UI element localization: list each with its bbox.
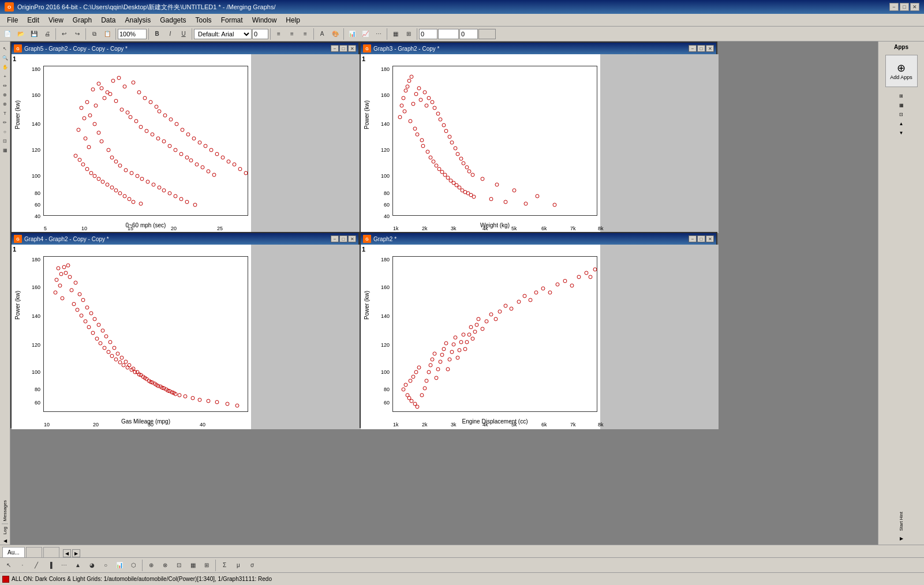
right-tool-4[interactable]: ▲ <box>897 119 906 127</box>
menu-file[interactable]: File <box>2 15 23 25</box>
bt-line[interactable]: ╱ <box>30 559 43 572</box>
start-hint-tab[interactable]: Start Hint <box>898 509 904 533</box>
graph3-minimize[interactable]: − <box>689 45 697 52</box>
bt-3d[interactable]: ⬡ <box>127 559 140 572</box>
right-tool-5[interactable]: ▼ <box>897 129 906 137</box>
draw-tool[interactable]: ✏ <box>1 118 10 127</box>
bt-pointer[interactable]: ↖ <box>2 559 15 572</box>
tab-3[interactable] <box>43 547 59 557</box>
font-select[interactable]: Default: Arial <box>194 29 252 39</box>
bt-stat1[interactable]: Σ <box>218 559 231 572</box>
bt-bar[interactable]: ▐ <box>44 559 57 572</box>
line-width-input[interactable] <box>419 29 437 39</box>
pick-tool[interactable]: ⊗ <box>1 99 10 108</box>
bt-scatter[interactable]: ⋯ <box>58 559 70 572</box>
italic-icon[interactable]: I <box>164 28 177 40</box>
graph2-minimize[interactable]: − <box>689 235 697 242</box>
bt-area[interactable]: ▲ <box>72 559 84 572</box>
graph4-close[interactable]: ✕ <box>348 235 356 242</box>
line-chart-icon[interactable]: 📈 <box>359 28 372 40</box>
expand-right[interactable]: ▶ <box>897 534 906 542</box>
open-icon[interactable]: 📂 <box>14 28 27 40</box>
new-icon[interactable]: 📄 <box>1 28 14 40</box>
tab-2[interactable] <box>26 547 42 557</box>
merge-icon[interactable]: ⊞ <box>402 28 415 40</box>
right-tool-3[interactable]: ⊡ <box>897 110 906 118</box>
redo-icon[interactable]: ↪ <box>71 28 84 40</box>
region-tool[interactable]: ⊡ <box>1 136 10 145</box>
data-tool[interactable]: ⊕ <box>1 90 10 99</box>
undo-icon[interactable]: ↩ <box>58 28 70 40</box>
graph4-minimize[interactable]: − <box>331 235 339 242</box>
zoom-input[interactable] <box>118 29 147 39</box>
fill-color-icon[interactable]: 🎨 <box>329 28 342 40</box>
right-tool-1[interactable]: ⊞ <box>897 92 906 100</box>
graph5-maximize[interactable]: □ <box>339 45 347 52</box>
bt-chart2[interactable]: 📊 <box>113 559 126 572</box>
tab-au[interactable]: Au... <box>2 547 25 557</box>
graph3-close[interactable]: ✕ <box>706 45 714 52</box>
pan-tool[interactable]: ✋ <box>1 62 10 72</box>
graph2-titlebar[interactable]: G Graph2 * − □ ✕ <box>361 233 716 245</box>
bt-tool5[interactable]: ⊞ <box>200 559 213 572</box>
save-icon[interactable]: 💾 <box>28 28 40 40</box>
graph2-close[interactable]: ✕ <box>706 235 714 242</box>
bt-tool3[interactable]: ⊡ <box>173 559 185 572</box>
mask-tool[interactable]: ▦ <box>1 145 10 155</box>
graph2-maximize[interactable]: □ <box>697 235 705 242</box>
text-tool[interactable]: T <box>1 108 10 118</box>
bt-tool4[interactable]: ▦ <box>186 559 199 572</box>
print-icon[interactable]: 🖨 <box>41 28 54 40</box>
paste-icon[interactable]: 📋 <box>101 28 114 40</box>
align-left-icon[interactable]: ≡ <box>272 28 285 40</box>
menu-tools[interactable]: Tools <box>191 15 216 25</box>
bt-pie[interactable]: ◕ <box>85 559 98 572</box>
right-tool-2[interactable]: ▦ <box>897 101 906 109</box>
bt-stat3[interactable]: σ <box>246 559 259 572</box>
minimize-button[interactable]: − <box>889 3 899 11</box>
scale-tool[interactable]: ⇔ <box>1 81 10 90</box>
tab-prev[interactable]: ◀ <box>63 549 71 557</box>
graph3-maximize[interactable]: □ <box>697 45 705 52</box>
close-button[interactable]: ✕ <box>910 3 919 11</box>
bold-icon[interactable]: B <box>151 28 163 40</box>
tab-next[interactable]: ▶ <box>72 549 80 557</box>
menu-format[interactable]: Format <box>216 15 248 25</box>
menu-help[interactable]: Help <box>281 15 305 25</box>
messages-tab[interactable]: Messages <box>2 498 8 524</box>
add-tool[interactable]: + <box>1 72 10 81</box>
graph5-titlebar[interactable]: G Graph5 - Graph2 - Copy - Copy - Copy *… <box>12 43 358 54</box>
maximize-button[interactable]: □ <box>900 3 909 11</box>
graph3-titlebar[interactable]: G Graph3 - Graph2 - Copy * − □ ✕ <box>361 43 716 54</box>
menu-window[interactable]: Window <box>248 15 282 25</box>
bt-tool1[interactable]: ⊕ <box>145 559 158 572</box>
graph4-titlebar[interactable]: G Graph4 - Graph2 - Copy - Copy * − □ ✕ <box>12 233 358 245</box>
bt-circle[interactable]: ○ <box>99 559 112 572</box>
menu-view[interactable]: View <box>44 15 68 25</box>
graph4-maximize[interactable]: □ <box>339 235 347 242</box>
align-center-icon[interactable]: ≡ <box>286 28 298 40</box>
bar-chart-icon[interactable]: 📊 <box>346 28 358 40</box>
circle-tool[interactable]: ○ <box>1 127 10 136</box>
copy-icon[interactable]: ⧉ <box>88 28 100 40</box>
arrow-tool[interactable]: ↖ <box>1 44 10 53</box>
underline-icon[interactable]: U <box>177 28 190 40</box>
scatter-icon[interactable]: ⋯ <box>372 28 385 40</box>
bt-stat2[interactable]: μ <box>232 559 245 572</box>
menu-gadgets[interactable]: Gadgets <box>155 15 190 25</box>
menu-analysis[interactable]: Analysis <box>121 15 156 25</box>
expand-left[interactable]: ◀ <box>1 537 9 545</box>
graph5-minimize[interactable]: − <box>331 45 339 52</box>
bt-dot[interactable]: · <box>16 559 29 572</box>
dash-input[interactable] <box>459 29 478 39</box>
font-size-input[interactable] <box>252 29 268 39</box>
log-tab[interactable]: Log <box>2 524 8 537</box>
table-icon[interactable]: ▦ <box>389 28 402 40</box>
menu-graph[interactable]: Graph <box>68 15 96 25</box>
align-right-icon[interactable]: ≡ <box>299 28 312 40</box>
bt-tool2[interactable]: ⊗ <box>159 559 171 572</box>
menu-data[interactable]: Data <box>96 15 120 25</box>
graph5-close[interactable]: ✕ <box>348 45 356 52</box>
zoom-tool[interactable]: 🔍 <box>1 53 10 62</box>
menu-edit[interactable]: Edit <box>23 15 44 25</box>
